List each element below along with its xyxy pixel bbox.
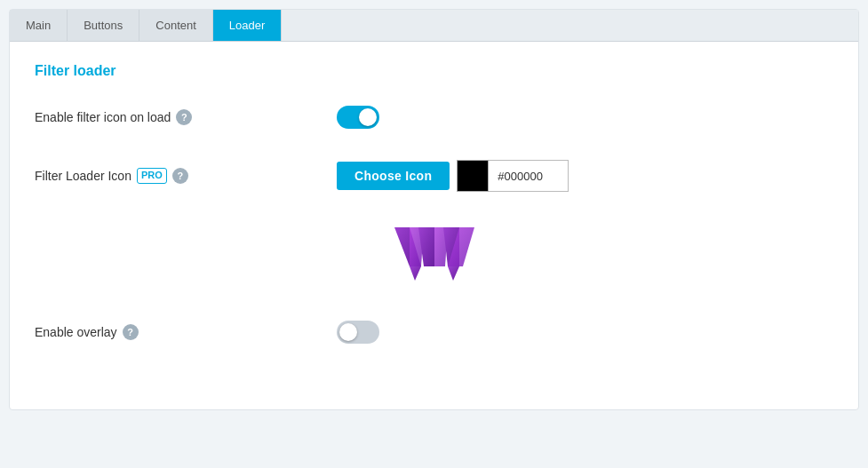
enable-filter-icon-label: Enable filter icon on load ? — [35, 109, 337, 125]
color-swatch[interactable] — [457, 160, 489, 192]
tab-content-area: Filter loader Enable filter icon on load… — [10, 42, 858, 409]
choose-icon-button[interactable]: Choose Icon — [337, 162, 450, 190]
tab-buttons[interactable]: Buttons — [68, 10, 139, 41]
svg-marker-7 — [448, 266, 459, 281]
enable-filter-icon-help[interactable]: ? — [176, 109, 192, 125]
toggle-thumb — [359, 108, 377, 126]
enable-filter-icon-row: Enable filter icon on load ? — [35, 100, 833, 134]
color-hex-input[interactable] — [489, 160, 569, 192]
tab-main[interactable]: Main — [10, 10, 68, 41]
color-control — [457, 160, 569, 192]
w-logo-svg — [390, 220, 479, 287]
enable-filter-icon-toggle[interactable] — [337, 106, 379, 129]
w-logo — [390, 218, 479, 289]
filter-loader-icon-text: Filter Loader Icon — [35, 169, 131, 183]
section-title: Filter loader — [35, 63, 833, 79]
tab-content[interactable]: Content — [139, 10, 213, 41]
svg-marker-6 — [410, 266, 421, 281]
tabs-bar: Main Buttons Content Loader — [10, 10, 858, 42]
toggle-thumb-overlay — [339, 323, 357, 341]
filter-loader-icon-help[interactable]: ? — [172, 168, 188, 184]
enable-overlay-help[interactable]: ? — [123, 324, 139, 340]
pro-badge: PRO — [137, 168, 167, 183]
settings-panel: Main Buttons Content Loader Filter loade… — [9, 9, 859, 410]
enable-filter-icon-text: Enable filter icon on load — [35, 110, 171, 124]
filter-loader-icon-row: Filter Loader Icon PRO ? Choose Icon — [35, 159, 833, 193]
tab-loader[interactable]: Loader — [213, 10, 282, 41]
enable-overlay-row: Enable overlay ? — [35, 315, 833, 349]
filter-loader-icon-label: Filter Loader Icon PRO ? — [35, 168, 337, 184]
enable-overlay-text: Enable overlay — [35, 325, 117, 339]
icon-preview-area — [35, 218, 833, 289]
enable-overlay-label: Enable overlay ? — [35, 324, 337, 340]
enable-overlay-toggle[interactable] — [337, 321, 379, 344]
icon-controls: Choose Icon — [337, 160, 569, 192]
